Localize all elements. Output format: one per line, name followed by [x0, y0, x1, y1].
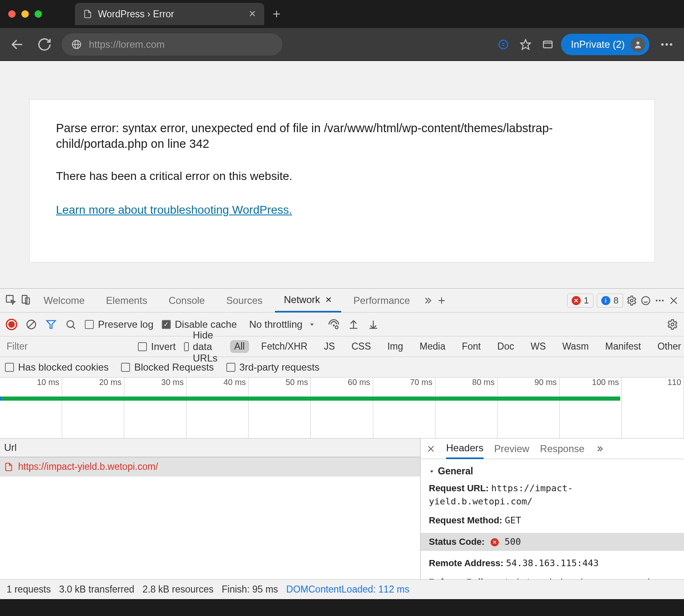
details-tab-response[interactable]: Response: [540, 439, 584, 459]
preserve-log-checkbox[interactable]: Preserve log: [85, 319, 154, 330]
refresh-button[interactable]: [35, 35, 54, 54]
tab-strip: WordPress › Error ✕: [0, 0, 684, 28]
browser-tab[interactable]: WordPress › Error ✕: [75, 3, 264, 25]
collections-icon[interactable]: [542, 39, 554, 50]
close-details-icon[interactable]: [426, 444, 435, 453]
close-devtools-icon[interactable]: [668, 295, 679, 306]
maximize-window-button[interactable]: [35, 10, 42, 18]
invert-checkbox[interactable]: Invert: [138, 341, 176, 352]
record-button[interactable]: [6, 319, 17, 330]
svg-point-12: [665, 43, 668, 46]
download-icon[interactable]: [368, 319, 379, 330]
tab-performance[interactable]: Performance: [344, 289, 419, 313]
throttling-select[interactable]: No throttling: [245, 319, 319, 330]
svg-point-20: [642, 296, 650, 305]
svg-point-13: [670, 43, 672, 46]
blocked-cookies-checkbox[interactable]: Has blocked cookies: [5, 362, 109, 373]
network-conditions-icon[interactable]: [328, 319, 340, 330]
new-tab-button[interactable]: [268, 5, 286, 23]
profile-avatar[interactable]: [630, 37, 645, 52]
page-icon: [83, 9, 92, 19]
hide-data-checkbox[interactable]: Hide data URLs: [184, 329, 222, 364]
filter-type-all[interactable]: All: [230, 340, 249, 353]
blocked-requests-label: Blocked Requests: [134, 362, 214, 373]
footer-finish: Finish: 95 ms: [222, 584, 278, 595]
info-counter[interactable]: i 8: [597, 294, 623, 308]
details-tab-headers[interactable]: Headers: [446, 439, 484, 459]
tab-elements[interactable]: Elements: [97, 289, 156, 313]
tab-sources[interactable]: Sources: [217, 289, 272, 313]
timeline-tick: 60 ms: [311, 378, 373, 439]
third-party-checkbox[interactable]: 3rd-party requests: [226, 362, 320, 373]
more-horizontal-icon[interactable]: [654, 295, 665, 306]
upload-icon[interactable]: [348, 319, 359, 330]
address-field[interactable]: https://lorem.com: [62, 33, 282, 56]
filter-type-ws[interactable]: WS: [526, 340, 550, 353]
browser-menu-button[interactable]: [657, 35, 677, 54]
filter-type-media[interactable]: Media: [416, 340, 450, 353]
favorites-icon[interactable]: [520, 39, 531, 50]
network-footer: 1 requests 3.0 kB transferred 2.8 kB res…: [0, 579, 684, 599]
chevrons-right-icon[interactable]: [595, 444, 604, 453]
network-controls-row3: Has blocked cookies Blocked Requests 3rd…: [0, 357, 684, 378]
network-timeline[interactable]: 10 ms 20 ms 30 ms 40 ms 50 ms 60 ms 70 m…: [0, 378, 684, 439]
close-tab-network-icon[interactable]: ✕: [325, 295, 332, 305]
checkbox-icon: [85, 320, 94, 329]
shopping-icon[interactable]: [498, 39, 509, 50]
blocked-requests-checkbox[interactable]: Blocked Requests: [121, 362, 214, 373]
tab-welcome[interactable]: Welcome: [35, 289, 94, 313]
request-details: Headers Preview Response General Request…: [421, 439, 684, 579]
general-section-toggle[interactable]: General: [429, 466, 676, 477]
error-counter[interactable]: ✕ 1: [567, 294, 593, 308]
inspect-button[interactable]: [5, 294, 16, 307]
timeline-tick: 50 ms: [249, 378, 311, 439]
svg-point-19: [630, 299, 633, 302]
tab-network[interactable]: Network ✕: [275, 289, 341, 313]
search-icon[interactable]: [65, 319, 77, 330]
timeline-tick: 80 ms: [435, 378, 498, 439]
plus-icon[interactable]: [436, 295, 447, 306]
checkbox-checked-icon: ✓: [162, 320, 171, 329]
svg-rect-15: [22, 295, 27, 303]
filter-type-fetch[interactable]: Fetch/XHR: [257, 340, 312, 353]
details-tabs: Headers Preview Response: [421, 439, 684, 459]
timeline-tick: 10 ms: [0, 378, 62, 439]
checkbox-icon: [138, 342, 147, 351]
filter-icon[interactable]: [45, 319, 57, 330]
timeline-tick: 20 ms: [62, 378, 124, 439]
filter-type-doc[interactable]: Doc: [493, 340, 518, 353]
request-list-header[interactable]: Url: [0, 439, 420, 457]
back-button[interactable]: [7, 35, 27, 54]
feedback-icon[interactable]: [640, 295, 651, 306]
filter-type-wasm[interactable]: Wasm: [558, 340, 593, 353]
tab-title: WordPress › Error: [98, 9, 243, 20]
request-row[interactable]: https://impact-yield.b.wetopi.com/: [0, 457, 420, 476]
devtools-panel: Welcome Elements Console Sources Network…: [0, 288, 684, 599]
gear-icon[interactable]: [667, 319, 678, 330]
filter-type-css[interactable]: CSS: [347, 340, 375, 353]
close-window-button[interactable]: [8, 10, 16, 18]
close-tab-icon[interactable]: ✕: [249, 9, 256, 19]
details-tab-preview[interactable]: Preview: [494, 439, 529, 459]
gear-icon[interactable]: [626, 295, 637, 306]
minimize-window-button[interactable]: [21, 10, 29, 18]
chevrons-right-icon[interactable]: [422, 295, 433, 306]
filter-type-js[interactable]: JS: [320, 340, 339, 353]
filter-type-manifest[interactable]: Manifest: [601, 340, 645, 353]
device-toggle-button[interactable]: [20, 294, 31, 307]
filter-input[interactable]: [5, 339, 130, 355]
clear-icon[interactable]: [26, 319, 37, 330]
url-text: https://lorem.com: [89, 39, 165, 50]
filter-type-font[interactable]: Font: [458, 340, 485, 353]
learn-more-link[interactable]: Learn more about troubleshooting WordPre…: [56, 203, 292, 216]
inprivate-badge[interactable]: InPrivate (2): [561, 34, 649, 55]
filter-type-img[interactable]: Img: [383, 340, 407, 353]
request-url-label: Request URL:: [429, 483, 489, 493]
invert-label: Invert: [151, 341, 176, 352]
timeline-tick: 40 ms: [186, 378, 249, 439]
timeline-tick: 90 ms: [498, 378, 560, 439]
tab-console[interactable]: Console: [160, 289, 214, 313]
disable-cache-checkbox[interactable]: ✓ Disable cache: [162, 319, 237, 330]
filter-type-other[interactable]: Other: [653, 340, 684, 353]
throttling-label: No throttling: [249, 319, 302, 330]
